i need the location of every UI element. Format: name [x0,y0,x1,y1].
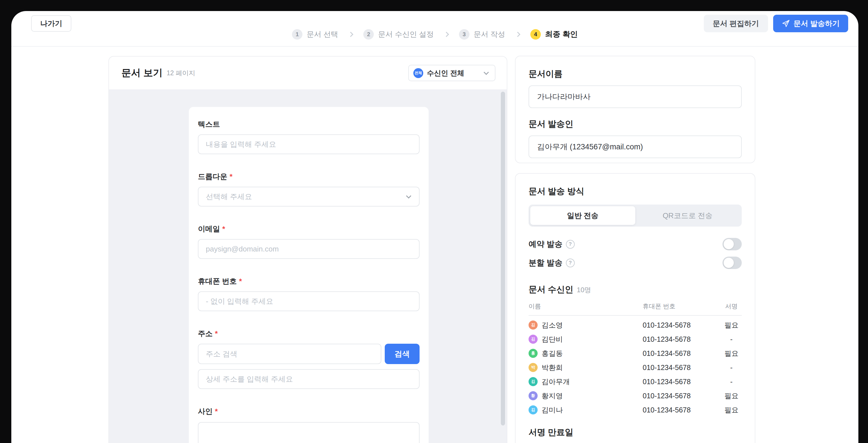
dropdown-field-label: 드롭다운* [198,172,420,182]
expiry-title: 서명 만료일 [529,427,742,438]
address-field-label: 주소* [198,329,420,339]
app-window: 나가기 1 문서 선택 2 문서 수신인 설정 3 문서 작성 [11,11,858,443]
table-row: 김 김미나 010-1234-5678 필요 [529,403,742,417]
chevron-down-icon [484,70,489,75]
tab-normal-send[interactable]: 일반 전송 [530,206,635,225]
sender-label: 문서 발송인 [529,118,742,130]
viewer-title: 문서 보기 [121,66,162,79]
split-send-label: 분할 발송 [529,258,562,268]
recipients-title: 문서 수신인 [529,284,573,295]
chevron-down-icon [406,193,411,198]
recipients-table-header: 이름 휴대폰 번호 서명 [529,302,742,316]
avatar: 김 [529,405,538,414]
sign-field-label: 사인* [198,407,420,416]
text-field-input[interactable] [198,134,420,154]
reserve-send-label: 예약 발송 [529,239,562,249]
reserve-send-toggle[interactable] [722,238,742,250]
split-send-toggle[interactable] [722,257,742,269]
email-field-label: 이메일* [198,224,420,234]
chevron-right-icon [444,32,449,37]
avatar: 김 [529,320,538,330]
phone-field-label: 휴대폰 번호* [198,276,420,286]
table-row: 박 박환희 010-1234-5678 - [529,361,742,375]
document-info-card: 문서이름 문서 발송인 [515,56,755,163]
sender-input[interactable] [529,136,742,158]
page-count: 12 페이지 [166,69,195,77]
sign-status: - [720,378,743,386]
send-button-label: 문서 발송하기 [794,19,840,29]
table-row: 김 김단비 010-1234-5678 - [529,332,742,346]
help-icon[interactable]: ? [566,240,575,249]
signature-pad[interactable]: 손으로 사인해 주세요 [198,422,420,443]
help-icon[interactable]: ? [566,259,575,267]
chevron-right-icon [515,32,520,37]
edit-document-button[interactable]: 문서 편집하기 [704,15,768,32]
doc-name-input[interactable] [529,86,742,108]
avatar: 김 [529,335,538,344]
recipient-filter-dropdown[interactable]: 전체 수신인 전체 [408,65,495,81]
tab-qr-send[interactable]: QR코드로 전송 [635,206,740,225]
split-send-row: 분할 발송 ? [529,257,742,269]
address-detail-input[interactable] [198,369,420,389]
phone-field-input[interactable] [198,292,420,311]
sign-status: 필요 [720,320,743,330]
table-row: 황 황지영 010-1234-5678 필요 [529,389,742,403]
stepper: 1 문서 선택 2 문서 수신인 설정 3 문서 작성 4 최종 확인 [292,11,578,47]
col-sign: 서명 [720,302,743,311]
send-icon [782,19,790,28]
send-method-tabs: 일반 전송 QR코드로 전송 [529,205,742,227]
sign-status: 필요 [720,349,743,358]
sign-status: - [720,364,743,372]
send-options-card: 문서 발송 방식 일반 전송 QR코드로 전송 예약 발송 ? 분할 발송 ? … [515,173,755,443]
step-document-select: 1 문서 선택 [292,29,338,40]
dropdown-field-select[interactable]: 선택해 주세요 [198,187,420,206]
avatar: 박 [529,363,538,372]
sign-status: 필요 [720,391,743,401]
recipients-table: 이름 휴대폰 번호 서명 김 김소영 010-1234-5678 필요 김 김단… [529,302,742,417]
all-badge: 전체 [413,68,423,78]
recipients-header: 문서 수신인 10명 [529,284,742,295]
step-1-circle: 1 [292,29,302,40]
scrollbar-thumb[interactable] [501,92,505,425]
table-row: 홍 홍길동 010-1234-5678 필요 [529,346,742,361]
exit-button[interactable]: 나가기 [31,15,71,32]
step-document-write: 3 문서 작성 [459,29,505,40]
send-document-button[interactable]: 문서 발송하기 [773,15,848,32]
document-preview-area: 텍스트 드롭다운* 선택해 주세요 이메일* 휴대폰 번호* [109,90,507,443]
viewer-header: 문서 보기 12 페이지 전체 수신인 전체 [109,57,507,90]
sign-status: - [720,335,743,343]
step-4-circle: 4 [530,29,541,40]
recipients-count: 10명 [577,285,591,295]
step-1-label: 문서 선택 [307,29,338,39]
reserve-send-row: 예약 발송 ? [529,238,742,250]
col-phone: 휴대폰 번호 [643,302,720,311]
recipient-filter-label: 수신인 전체 [427,68,464,78]
avatar: 김 [529,377,538,386]
table-row: 김 김소영 010-1234-5678 필요 [529,318,742,332]
step-2-label: 문서 수신인 설정 [378,29,434,39]
step-3-circle: 3 [459,29,469,40]
chevron-right-icon [348,32,353,37]
avatar: 황 [529,391,538,400]
email-field-input[interactable] [198,239,420,259]
doc-name-label: 문서이름 [529,68,742,80]
send-method-title: 문서 발송 방식 [529,185,742,197]
col-name: 이름 [529,302,643,311]
avatar: 홍 [529,349,538,358]
text-field-label: 텍스트 [198,120,420,129]
document-viewer-card: 문서 보기 12 페이지 전체 수신인 전체 텍스트 드롭다운* 선택해 주세요 [108,56,507,443]
step-final-confirm: 4 최종 확인 [530,29,578,40]
address-search-input[interactable] [198,344,381,364]
document-page: 텍스트 드롭다운* 선택해 주세요 이메일* 휴대폰 번호* [189,107,429,443]
topbar: 나가기 1 문서 선택 2 문서 수신인 설정 3 문서 작성 [11,11,858,47]
step-2-circle: 2 [364,29,374,40]
step-recipient-setup: 2 문서 수신인 설정 [364,29,434,40]
step-4-label: 최종 확인 [545,29,578,39]
sign-status: 필요 [720,405,743,415]
step-3-label: 문서 작성 [474,29,505,39]
table-row: 김 김아무개 010-1234-5678 - [529,375,742,389]
address-search-button[interactable]: 검색 [385,344,420,364]
